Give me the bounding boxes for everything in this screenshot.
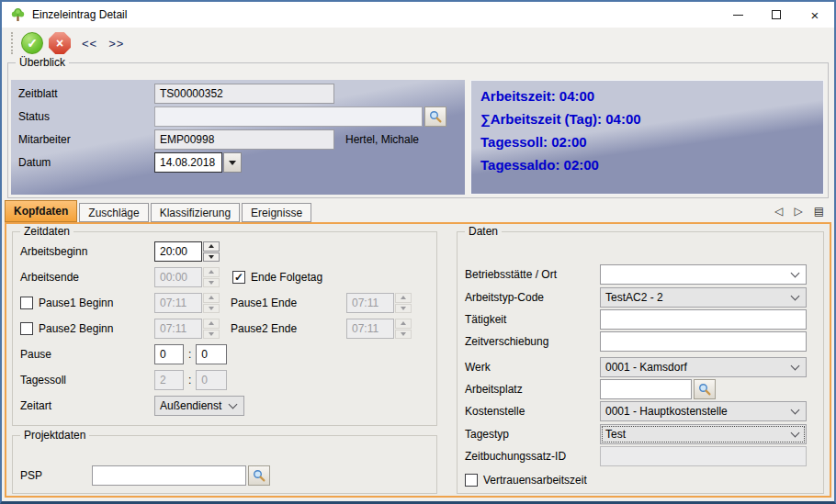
pause-label: Pause <box>20 348 154 361</box>
summary-panel: Arbeitszeit: 04:00 ∑Arbeitszeit (Tag): 0… <box>470 80 824 195</box>
pause1-beginn-spinner: 07:11 <box>154 293 220 313</box>
zeitverschiebung-input[interactable] <box>600 331 807 352</box>
taetigkeit-label: Tätigkeit <box>465 313 600 326</box>
ueberblick-groupbox: Überblick Zeitblatt TS00000352 Status Mi… <box>7 62 829 198</box>
tabstrip: Kopfdaten Zuschläge Klassifizierung Erei… <box>5 200 831 222</box>
toolbar: ✓ × << >> <box>2 28 834 59</box>
zeitverschiebung-row: Zeitverschiebung <box>465 331 818 352</box>
tab-ereignisse[interactable]: Ereignisse <box>242 203 311 222</box>
zeitart-row: Zeitart Außendienst <box>20 396 431 416</box>
pause1-ende-spinner: 07:11 <box>346 293 412 313</box>
pause1-beginn-checkbox[interactable] <box>20 297 33 309</box>
arbeitstyp-combobox[interactable]: TestAC2 - 2 <box>600 287 807 308</box>
pause-row: Pause 0 : 0 <box>20 344 431 364</box>
einzeleintrag-detail-window: Einzeleintrag Detail × ✓ × << >> Überbli… <box>0 0 836 504</box>
pause1-ende-label: Pause1 Ende <box>231 297 346 309</box>
spin-down-button <box>395 304 412 314</box>
arbeitsende-value: 00:00 <box>154 267 202 287</box>
werk-row: Werk 0001 - Kamsdorf <box>465 357 818 377</box>
window-controls: × <box>718 2 834 28</box>
pause2-beginn-label-group: Pause2 Beginn <box>20 322 154 335</box>
psp-search-button[interactable] <box>248 465 270 486</box>
spin-up-button[interactable] <box>203 241 220 252</box>
ok-save-button[interactable]: ✓ <box>21 32 43 54</box>
tab-klassifizierung[interactable]: Klassifizierung <box>151 203 240 222</box>
minimize-button[interactable] <box>718 2 757 28</box>
vertrauensarbeitszeit-checkbox[interactable] <box>465 474 478 487</box>
arbeitsplatz-label: Arbeitsplatz <box>465 383 600 396</box>
ende-folgetag-label: Ende Folgetag <box>251 271 322 284</box>
tab-kopfdaten[interactable]: Kopfdaten <box>5 200 77 222</box>
tab-zuschlaege[interactable]: Zuschläge <box>79 203 148 222</box>
taetigkeit-input[interactable] <box>600 309 807 330</box>
tab-list-icon[interactable]: ▤ <box>814 205 824 218</box>
spin-up-icon <box>209 244 214 248</box>
zeitbuchungssatz-row: Zeitbuchungssatz-ID <box>465 446 818 466</box>
spin-down-button <box>203 304 220 314</box>
spin-up-button <box>395 293 412 303</box>
search-icon <box>429 110 442 123</box>
search-icon <box>698 383 711 396</box>
pause2-beginn-label: Pause2 Beginn <box>39 322 113 335</box>
spin-up-button <box>203 293 220 303</box>
status-search-button[interactable] <box>424 106 446 127</box>
arbeitstyp-row: Arbeitstyp-Code TestAC2 - 2 <box>465 287 818 308</box>
kostenstelle-combobox[interactable]: 0001 - Hauptkostenstelle <box>600 401 807 421</box>
werk-label: Werk <box>465 361 600 374</box>
tab-scroll-right-icon[interactable]: ▷ <box>794 205 802 218</box>
datum-label: Datum <box>18 156 154 169</box>
maximize-icon <box>772 10 781 19</box>
spin-up-icon <box>401 321 406 325</box>
vertrauensarbeitszeit-row: Vertrauensarbeitszeit <box>465 470 818 490</box>
close-button[interactable]: × <box>796 2 834 28</box>
ende-folgetag-group: Ende Folgetag <box>232 271 322 284</box>
previous-record-button[interactable]: << <box>82 37 97 50</box>
tab-scroll-left-icon[interactable]: ◁ <box>774 205 783 218</box>
next-record-button[interactable]: >> <box>108 37 124 50</box>
arbeitsplatz-search-button[interactable] <box>694 379 716 399</box>
spin-down-icon <box>401 307 406 310</box>
spin-down-button[interactable] <box>203 252 220 263</box>
werk-combobox[interactable]: 0001 - Kamsdorf <box>600 357 807 377</box>
psp-row: PSP <box>20 465 431 486</box>
arbeitsplatz-input[interactable] <box>600 379 692 399</box>
datum-field[interactable]: 14.08.2018 <box>154 152 222 173</box>
zeitblatt-row: Zeitblatt TS00000352 <box>18 84 458 104</box>
zeitblatt-field[interactable]: TS00000352 <box>154 84 334 104</box>
datum-dropdown-button[interactable] <box>223 152 242 173</box>
mitarbeiter-field[interactable]: EMP00998 <box>154 129 334 150</box>
pause-hours-field[interactable]: 0 <box>154 344 184 364</box>
pause2-beginn-spinner: 07:11 <box>154 319 220 339</box>
arbeitsbeginn-spinner[interactable]: 20:00 <box>154 241 220 262</box>
zeitverschiebung-label: Zeitverschiebung <box>465 335 600 348</box>
pause2-beginn-checkbox[interactable] <box>20 322 33 335</box>
zeitart-label: Zeitart <box>20 399 154 412</box>
chevron-down-icon <box>791 268 800 277</box>
zeitdaten-group-label: Zeitdaten <box>20 225 73 238</box>
ende-folgetag-checkbox[interactable] <box>232 271 245 284</box>
zeitbuchungssatz-input <box>600 446 807 466</box>
tab-nav-buttons: ◁ ▷ ▤ <box>774 205 831 222</box>
status-field[interactable] <box>154 106 423 127</box>
toolbar-grip <box>11 32 13 54</box>
mitarbeiter-name-text: Hertel, Michale <box>345 133 419 146</box>
chevron-down-icon <box>791 428 800 437</box>
arbeitsbeginn-value[interactable]: 20:00 <box>154 241 202 262</box>
spin-down-icon <box>209 281 214 285</box>
search-icon <box>253 469 265 482</box>
spin-up-icon <box>401 296 406 299</box>
arbeitsbeginn-label: Arbeitsbeginn <box>20 245 154 258</box>
maximize-button[interactable] <box>757 2 796 28</box>
projektdaten-group-label: Projektdaten <box>20 429 89 442</box>
betriebsstaette-combobox[interactable] <box>600 264 807 285</box>
psp-input[interactable] <box>92 465 246 486</box>
arbeitsende-row: Arbeitsende 00:00 Ende Folgetag <box>20 267 431 287</box>
tagessoll-row: Tagessoll 2 : 0 <box>20 370 431 390</box>
zeitart-combobox[interactable]: Außendienst <box>154 396 244 416</box>
cancel-button[interactable]: × <box>49 32 71 54</box>
tagestyp-combobox[interactable]: Test <box>600 424 807 444</box>
minimize-icon <box>733 15 743 16</box>
pause-minutes-field[interactable]: 0 <box>196 344 227 364</box>
pause1-ende-value: 07:11 <box>346 293 394 313</box>
spin-up-button <box>395 319 412 329</box>
